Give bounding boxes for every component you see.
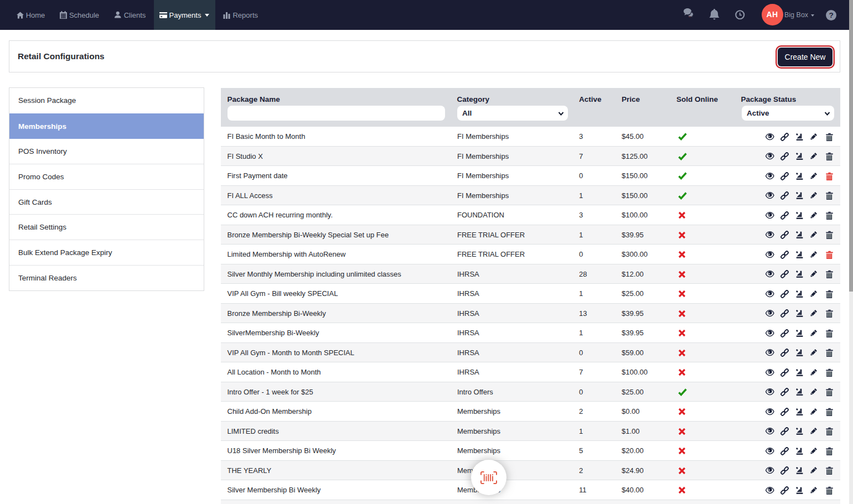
svg-text:?: ? bbox=[829, 11, 833, 19]
